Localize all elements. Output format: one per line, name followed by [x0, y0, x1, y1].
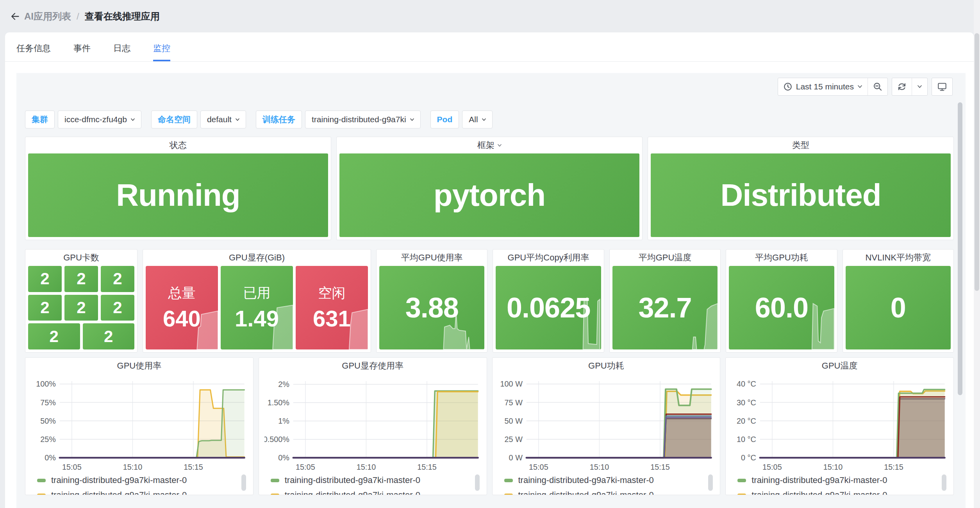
memory-used-value: 1.49 [235, 305, 279, 332]
filter-training-job: 训练任务 training-distributed-g9a7ki [256, 111, 421, 128]
chevron-down-icon [410, 118, 414, 121]
monitoring-dashboard: Last 15 minutes [16, 73, 966, 508]
legend-scrollbar[interactable] [475, 474, 480, 491]
breadcrumb-current: 查看在线推理应用 [85, 10, 160, 23]
dashboard-scrollbar[interactable] [958, 102, 962, 395]
svg-text:15:10: 15:10 [123, 463, 143, 471]
namespace-label: 命名空间 [151, 111, 197, 128]
svg-text:100 W: 100 W [500, 380, 523, 388]
namespace-select[interactable]: default [200, 111, 246, 128]
gpu-copy-util-value: 0.0625 [507, 292, 590, 324]
gpu-mem-usage-chart[interactable]: 15:0515:1015:150%0.500%1%1.50%2% [264, 376, 481, 472]
panel-nvlink-bandwidth: NVLINK平均带宽 0 [843, 249, 954, 353]
page-scrollbar-thumb[interactable] [975, 33, 979, 291]
zoom-out-button[interactable] [868, 78, 887, 95]
gpu-usage-legend: training-distributed-g9a7ki-master-0 tra… [25, 473, 253, 495]
framework-stat: pytorch [339, 153, 639, 237]
filter-cluster: 集群 icce-dfmc-zfu4gb [25, 111, 141, 128]
gpu-card-tile: 2 [101, 295, 134, 321]
cluster-select[interactable]: icce-dfmc-zfu4gb [58, 111, 141, 128]
legend-swatch [37, 479, 46, 482]
pod-value: All [469, 115, 478, 124]
svg-text:15:15: 15:15 [417, 463, 437, 471]
nvlink-bandwidth-stat: 0 [846, 266, 951, 349]
gpu-card-tile: 2 [28, 295, 62, 321]
breadcrumb: AI应用列表 / 查看在线推理应用 [24, 10, 160, 23]
legend-item[interactable]: training-distributed-g9a7ki-master-0 [504, 473, 720, 488]
pod-select[interactable]: All [462, 111, 492, 128]
legend-swatch [737, 479, 746, 482]
refresh-icon [898, 82, 906, 91]
refresh-interval-button[interactable] [912, 78, 927, 95]
kiosk-mode-button[interactable] [932, 78, 952, 95]
legend-item[interactable]: training-distributed-g9a7ki-master-0 [271, 473, 487, 488]
svg-text:50%: 50% [40, 416, 56, 425]
legend-label: training-distributed-g9a7ki-master-0 [752, 490, 887, 495]
legend-label: training-distributed-g9a7ki-master-0 [51, 475, 187, 485]
legend-item[interactable]: training-distributed-g9a7ki-master-0 [271, 488, 487, 495]
stat-tile-row: GPU卡数 2 2 2 2 2 2 2 2 GPU显存(GiB) 总 [25, 249, 954, 353]
status-value: Running [116, 177, 240, 213]
gpu-memory-title: GPU显存(GiB) [143, 250, 371, 266]
filter-namespace: 命名空间 default [151, 111, 246, 128]
svg-text:100%: 100% [36, 380, 56, 388]
gpu-memory-tiles: 总量 640 已用 1.49 空闲 631 [143, 266, 371, 352]
legend-scrollbar[interactable] [942, 474, 946, 491]
panel-framework-title[interactable]: 框架 [337, 137, 642, 153]
memory-total-label: 总量 [168, 284, 196, 302]
legend-label: training-distributed-g9a7ki-master-0 [518, 490, 654, 495]
tab-logs[interactable]: 日志 [113, 43, 130, 61]
panel-framework: 框架 pytorch [336, 137, 643, 240]
gpu-power-chart[interactable]: 15:0515:1015:150 W25 W50 W75 W100 W [498, 376, 714, 472]
panel-avg-gpu-power: 平均GPU功耗 60.0 [726, 249, 837, 353]
training-job-select[interactable]: training-distributed-g9a7ki [305, 111, 421, 128]
tab-monitoring[interactable]: 监控 [153, 43, 170, 61]
legend-item[interactable]: training-distributed-g9a7ki-master-0 [37, 488, 253, 495]
panel-menu-chevron-icon[interactable] [498, 144, 502, 147]
avg-gpu-usage-stat: 3.88 [379, 266, 484, 349]
tab-task-info[interactable]: 任务信息 [16, 43, 51, 61]
gpu-temp-legend: training-distributed-g9a7ki-master-0 tra… [726, 473, 953, 495]
page-scrollbar-track[interactable] [974, 0, 980, 508]
tab-events[interactable]: 事件 [73, 43, 91, 61]
back-button[interactable] [8, 9, 22, 23]
legend-item[interactable]: training-distributed-g9a7ki-master-0 [737, 473, 953, 488]
memory-free-label: 空闲 [318, 284, 346, 302]
svg-text:15:15: 15:15 [184, 463, 203, 471]
legend-swatch [504, 494, 513, 495]
gpu-usage-chart[interactable]: 15:0515:1015:150%25%50%75%100% [31, 376, 248, 472]
memory-free-value: 631 [313, 305, 351, 332]
legend-scrollbar[interactable] [708, 474, 713, 491]
legend-swatch [271, 494, 279, 495]
memory-total-tile: 总量 640 [146, 266, 218, 349]
svg-text:15:05: 15:05 [762, 463, 782, 471]
legend-item[interactable]: training-distributed-g9a7ki-master-0 [737, 488, 953, 495]
chevron-down-icon [131, 118, 135, 121]
back-arrow-icon [10, 11, 20, 21]
svg-text:15:10: 15:10 [356, 463, 376, 471]
panel-gpu-power-chart: GPU功耗 15:0515:1015:150 W25 W50 W75 W100 … [492, 357, 721, 495]
type-value: Distributed [720, 177, 881, 213]
svg-text:75%: 75% [40, 398, 56, 406]
legend-scrollbar[interactable] [241, 474, 246, 491]
svg-text:0 °C: 0 °C [741, 453, 756, 462]
chevron-down-icon [236, 118, 239, 121]
legend-label: training-distributed-g9a7ki-master-0 [752, 475, 887, 485]
svg-text:2%: 2% [278, 380, 289, 389]
breadcrumb-parent[interactable]: AI应用列表 [24, 10, 71, 23]
svg-text:40 °C: 40 °C [737, 380, 756, 388]
legend-swatch [737, 494, 746, 495]
legend-item[interactable]: training-distributed-g9a7ki-master-0 [37, 473, 253, 488]
zoom-out-icon [873, 82, 882, 91]
clock-icon [784, 82, 792, 91]
panel-type: 类型 Distributed [648, 137, 954, 240]
svg-text:20 °C: 20 °C [737, 416, 756, 425]
time-range-button[interactable]: Last 15 minutes [778, 78, 868, 95]
time-picker-group: Last 15 minutes [778, 78, 888, 96]
svg-text:15:05: 15:05 [529, 463, 548, 471]
big-stat-row: 状态 Running 框架 pytorch 类型 Distributed [25, 137, 954, 240]
gpu-temp-chart[interactable]: 15:0515:1015:150 °C10 °C20 °C30 °C40 °C [731, 376, 948, 472]
panel-gpu-temp-chart: GPU温度 15:0515:1015:150 °C10 °C20 °C30 °C… [725, 357, 954, 495]
legend-item[interactable]: training-distributed-g9a7ki-master-0 [504, 488, 720, 495]
refresh-button[interactable] [892, 78, 912, 95]
